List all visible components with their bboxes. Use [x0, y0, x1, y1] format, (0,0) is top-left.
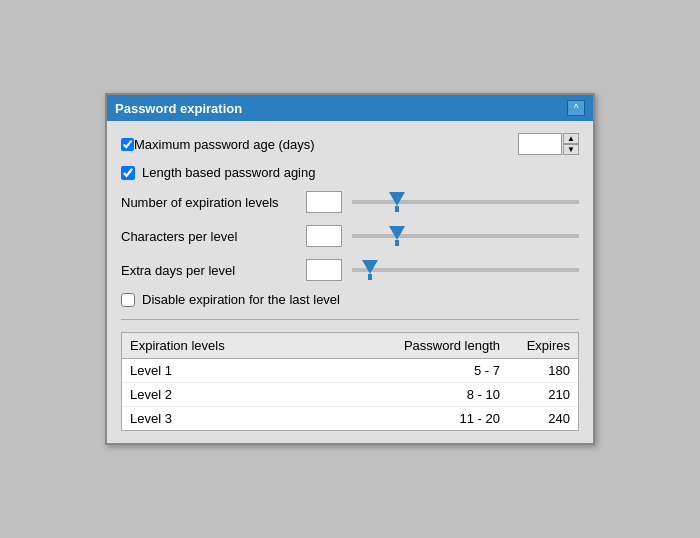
chars-slider-track	[352, 234, 579, 238]
levels-thumb-stem	[395, 206, 399, 212]
max-age-checkbox[interactable]	[121, 138, 134, 151]
chars-input[interactable]: 3	[306, 225, 342, 247]
levels-thumb-arrow	[389, 192, 405, 206]
days-thumb-arrow	[362, 260, 378, 274]
table-header: Expiration levels Password length Expire…	[122, 333, 578, 359]
table-body: Level 1 5 - 7 180 Level 2 8 - 10 210 Lev…	[122, 359, 578, 430]
row-expires: 180	[500, 363, 570, 378]
max-age-label: Maximum password age (days)	[134, 137, 518, 152]
dialog-content: Maximum password age (days) 180 ▲ ▼ Leng…	[107, 121, 593, 443]
header-level: Expiration levels	[130, 338, 380, 353]
table-row: Level 3 11 - 20 240	[122, 407, 578, 430]
levels-slider-thumb[interactable]	[389, 192, 405, 212]
title-bar: Password expiration ^	[107, 95, 593, 121]
days-slider-container	[352, 258, 579, 282]
table-row: Level 2 8 - 10 210	[122, 383, 578, 407]
divider	[121, 319, 579, 320]
days-slider-track	[352, 268, 579, 272]
row-length: 11 - 20	[380, 411, 500, 426]
days-slider-thumb[interactable]	[362, 260, 378, 280]
length-based-row: Length based password aging	[121, 165, 579, 180]
chars-label: Characters per level	[121, 229, 306, 244]
chars-slider-container	[352, 224, 579, 248]
row-expires: 240	[500, 411, 570, 426]
row-length: 8 - 10	[380, 387, 500, 402]
chars-thumb-stem	[395, 240, 399, 246]
length-based-checkbox[interactable]	[121, 166, 135, 180]
chars-slider-thumb[interactable]	[389, 226, 405, 246]
row-level: Level 1	[130, 363, 380, 378]
levels-label: Number of expiration levels	[121, 195, 306, 210]
row-level: Level 3	[130, 411, 380, 426]
levels-slider-row: Number of expiration levels 3	[121, 190, 579, 214]
row-level: Level 2	[130, 387, 380, 402]
max-age-input[interactable]: 180	[518, 133, 562, 155]
dialog-title: Password expiration	[115, 101, 242, 116]
days-input[interactable]: 30	[306, 259, 342, 281]
chars-slider-row: Characters per level 3	[121, 224, 579, 248]
days-slider-row: Extra days per level 30	[121, 258, 579, 282]
spinner-down-button[interactable]: ▼	[563, 144, 579, 155]
row-expires: 210	[500, 387, 570, 402]
header-length: Password length	[380, 338, 500, 353]
levels-slider-track	[352, 200, 579, 204]
header-expires: Expires	[500, 338, 570, 353]
spinner-up-button[interactable]: ▲	[563, 133, 579, 144]
password-expiration-dialog: Password expiration ^ Maximum password a…	[105, 93, 595, 445]
length-based-label: Length based password aging	[142, 165, 315, 180]
expiration-table: Expiration levels Password length Expire…	[121, 332, 579, 431]
disable-last-level-label: Disable expiration for the last level	[142, 292, 340, 307]
days-thumb-stem	[368, 274, 372, 280]
levels-slider-container	[352, 190, 579, 214]
max-age-spinner: 180 ▲ ▼	[518, 133, 579, 155]
table-row: Level 1 5 - 7 180	[122, 359, 578, 383]
row-length: 5 - 7	[380, 363, 500, 378]
disable-last-level-checkbox[interactable]	[121, 293, 135, 307]
spinner-buttons: ▲ ▼	[563, 133, 579, 155]
levels-input[interactable]: 3	[306, 191, 342, 213]
disable-last-level-row: Disable expiration for the last level	[121, 292, 579, 307]
minimize-button[interactable]: ^	[567, 100, 585, 116]
chars-thumb-arrow	[389, 226, 405, 240]
days-label: Extra days per level	[121, 263, 306, 278]
max-age-row: Maximum password age (days) 180 ▲ ▼	[121, 133, 579, 155]
